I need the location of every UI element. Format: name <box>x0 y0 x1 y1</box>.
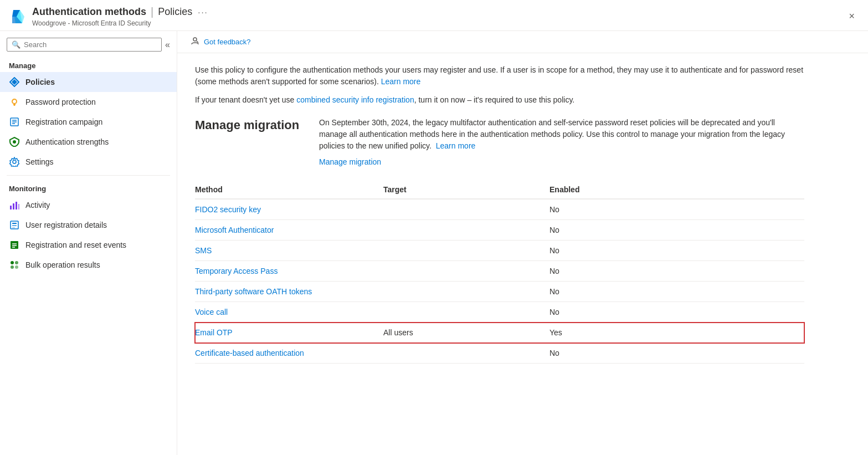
enabled-cell: No <box>549 261 804 282</box>
svg-rect-17 <box>16 202 17 209</box>
col-header-target: Target <box>383 180 549 199</box>
sidebar-item-bulk-operation[interactable]: Bulk operation results <box>0 255 177 275</box>
method-cell[interactable]: Email OTP <box>195 323 383 343</box>
svg-point-28 <box>15 261 18 264</box>
table-row: Certificate-based authenticationNo <box>195 343 804 364</box>
target-cell <box>383 220 549 241</box>
combined-security-link[interactable]: combined security info registration <box>296 95 414 104</box>
description-text-1: Use this policy to configure the authent… <box>195 65 803 86</box>
target-cell <box>383 261 549 282</box>
activity-label: Activity <box>25 201 50 209</box>
sidebar-divider <box>7 175 170 176</box>
feedback-bar: Got feedback? <box>177 31 868 53</box>
method-cell[interactable]: Microsoft Authenticator <box>195 220 383 241</box>
sidebar-item-user-registration[interactable]: User registration details <box>0 215 177 235</box>
header-subtitle: Woodgrove - Microsoft Entra ID Security <box>32 19 208 27</box>
sidebar-item-auth-strengths[interactable]: Authentication strengths <box>0 132 177 152</box>
enabled-cell: No <box>549 220 804 241</box>
col-header-enabled: Enabled <box>549 180 804 199</box>
svg-rect-16 <box>13 203 14 209</box>
content-body: Use this policy to configure the authent… <box>177 53 868 375</box>
description-prefix-2: If your tenant doesn't yet use <box>195 95 296 104</box>
sidebar-item-policies[interactable]: Policies <box>0 72 177 92</box>
app-title: Authentication methods <box>32 6 146 18</box>
enabled-cell: Yes <box>549 323 804 343</box>
settings-label: Settings <box>25 157 54 166</box>
svg-rect-15 <box>10 206 12 209</box>
header-title-block: Authentication methods | Policies ··· Wo… <box>32 6 208 27</box>
svg-rect-20 <box>12 223 17 224</box>
search-input[interactable] <box>24 40 157 49</box>
manage-section-label: Manage <box>0 56 177 72</box>
method-cell[interactable]: FIDO2 security key <box>195 199 383 220</box>
target-cell <box>383 241 549 261</box>
table-row: Temporary Access PassNo <box>195 261 804 282</box>
table-row: Microsoft AuthenticatorNo <box>195 220 804 241</box>
enabled-cell: No <box>549 343 804 364</box>
sidebar-item-password-protection[interactable]: Password protection <box>0 92 177 112</box>
header: Authentication methods | Policies ··· Wo… <box>0 0 868 31</box>
policies-label: Policies <box>25 78 55 86</box>
user-registration-icon <box>9 219 20 231</box>
method-cell[interactable]: Certificate-based authentication <box>195 343 383 364</box>
table-row: FIDO2 security keyNo <box>195 199 804 220</box>
manage-migration-desc: On September 30th, 2024, the legacy mult… <box>319 118 785 150</box>
sidebar-item-settings[interactable]: Settings <box>0 152 177 172</box>
method-cell[interactable]: Voice call <box>195 302 383 323</box>
page-title: Policies <box>158 6 192 18</box>
registration-reset-label: Registration and reset events <box>25 241 126 249</box>
auth-strengths-label: Authentication strengths <box>25 137 109 146</box>
bulk-operation-icon <box>9 259 20 270</box>
azure-logo-icon <box>9 8 27 25</box>
settings-icon <box>9 156 20 167</box>
password-protection-label: Password protection <box>25 98 96 106</box>
header-left: Authentication methods | Policies ··· Wo… <box>9 6 208 27</box>
collapse-button[interactable]: « <box>165 40 170 50</box>
feedback-text[interactable]: Got feedback? <box>204 38 251 46</box>
svg-point-6 <box>12 99 17 104</box>
search-row: 🔍 « <box>0 31 177 56</box>
methods-table: Method Target Enabled FIDO2 security key… <box>195 180 804 364</box>
close-button[interactable]: × <box>844 8 859 24</box>
monitoring-section-label: Monitoring <box>0 179 177 195</box>
table-header: Method Target Enabled <box>195 180 804 199</box>
svg-rect-21 <box>12 225 17 226</box>
table-row: Email OTPAll usersYes <box>195 323 804 343</box>
registration-campaign-icon <box>9 116 20 127</box>
target-cell <box>383 343 549 364</box>
learn-more-link-1[interactable]: Learn more <box>381 77 421 86</box>
search-icon: 🔍 <box>12 40 20 49</box>
svg-point-30 <box>15 265 18 269</box>
manage-migration-learn-more[interactable]: Learn more <box>436 141 476 150</box>
table-row: Voice callNo <box>195 302 804 323</box>
method-cell[interactable]: Third-party software OATH tokens <box>195 282 383 302</box>
sidebar-item-registration-campaign[interactable]: Registration campaign <box>0 112 177 132</box>
content-area: Got feedback? Use this policy to configu… <box>177 31 868 455</box>
target-cell <box>383 282 549 302</box>
enabled-cell: No <box>549 302 804 323</box>
registration-reset-icon <box>9 239 20 250</box>
target-cell <box>383 199 549 220</box>
main-layout: 🔍 « Manage Policies <box>0 31 868 455</box>
manage-migration-action-link[interactable]: Manage migration <box>319 157 795 166</box>
method-cell[interactable]: Temporary Access Pass <box>195 261 383 282</box>
ellipsis-menu[interactable]: ··· <box>198 7 208 17</box>
table-body: FIDO2 security keyNoMicrosoft Authentica… <box>195 199 804 364</box>
enabled-cell: No <box>549 282 804 302</box>
feedback-icon <box>191 37 199 47</box>
target-cell <box>383 302 549 323</box>
sidebar-item-activity[interactable]: Activity <box>0 195 177 215</box>
svg-point-14 <box>13 160 16 163</box>
svg-point-27 <box>11 261 14 264</box>
svg-rect-22 <box>12 227 15 228</box>
policies-icon <box>9 76 20 88</box>
sidebar-item-registration-reset[interactable]: Registration and reset events <box>0 235 177 255</box>
table-row: Third-party software OATH tokensNo <box>195 282 804 302</box>
user-registration-label: User registration details <box>25 221 107 229</box>
method-cell[interactable]: SMS <box>195 241 383 261</box>
search-box: 🔍 <box>7 38 162 52</box>
col-header-method: Method <box>195 180 383 199</box>
password-protection-icon <box>9 96 20 108</box>
manage-migration-title: Manage migration <box>195 117 306 166</box>
svg-rect-18 <box>18 204 19 209</box>
